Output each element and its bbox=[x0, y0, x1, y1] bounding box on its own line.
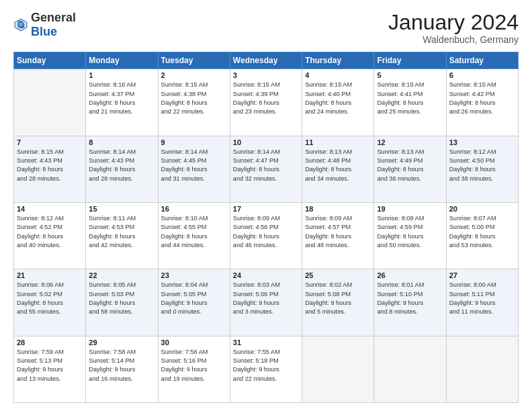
day-number: 22 bbox=[89, 271, 154, 279]
day-number: 24 bbox=[233, 271, 299, 279]
week-row-3: 14Sunrise: 8:12 AM Sunset: 4:52 PM Dayli… bbox=[14, 202, 519, 269]
day-number: 3 bbox=[233, 71, 299, 79]
day-info: Sunrise: 8:07 AM Sunset: 5:00 PM Dayligh… bbox=[449, 214, 515, 250]
day-info: Sunrise: 8:14 AM Sunset: 4:47 PM Dayligh… bbox=[233, 148, 299, 183]
day-info: Sunrise: 8:15 AM Sunset: 4:40 PM Dayligh… bbox=[305, 81, 371, 116]
day-info: Sunrise: 8:13 AM Sunset: 4:48 PM Dayligh… bbox=[305, 148, 371, 183]
calendar-cell: 6Sunrise: 8:15 AM Sunset: 4:42 PM Daylig… bbox=[446, 69, 518, 136]
title-block: January 2024 Waldenbuch, Germany bbox=[388, 11, 519, 45]
calendar-cell: 8Sunrise: 8:14 AM Sunset: 4:43 PM Daylig… bbox=[86, 136, 158, 202]
logo-general: General bbox=[31, 11, 76, 24]
day-number: 8 bbox=[89, 138, 154, 146]
day-number: 31 bbox=[233, 338, 299, 347]
day-info: Sunrise: 8:11 AM Sunset: 4:53 PM Dayligh… bbox=[89, 214, 154, 250]
calendar-cell: 2Sunrise: 8:15 AM Sunset: 4:38 PM Daylig… bbox=[158, 69, 230, 136]
calendar-cell: 4Sunrise: 8:15 AM Sunset: 4:40 PM Daylig… bbox=[302, 69, 374, 136]
day-info: Sunrise: 8:02 AM Sunset: 5:08 PM Dayligh… bbox=[305, 281, 371, 316]
calendar-cell: 3Sunrise: 8:15 AM Sunset: 4:39 PM Daylig… bbox=[230, 69, 302, 136]
day-info: Sunrise: 8:12 AM Sunset: 4:52 PM Dayligh… bbox=[17, 214, 83, 250]
header-sunday: Sunday bbox=[14, 52, 86, 69]
day-info: Sunrise: 8:15 AM Sunset: 4:42 PM Dayligh… bbox=[449, 81, 515, 116]
day-info: Sunrise: 8:14 AM Sunset: 4:43 PM Dayligh… bbox=[89, 148, 154, 183]
week-row-2: 7Sunrise: 8:15 AM Sunset: 4:43 PM Daylig… bbox=[14, 136, 519, 202]
calendar-cell: 30Sunrise: 7:56 AM Sunset: 5:16 PM Dayli… bbox=[158, 336, 230, 402]
header: General Blue January 2024 Waldenbuch, Ge… bbox=[13, 11, 519, 45]
header-monday: Monday bbox=[86, 52, 158, 69]
day-info: Sunrise: 8:13 AM Sunset: 4:49 PM Dayligh… bbox=[377, 148, 443, 183]
calendar-cell: 27Sunrise: 8:00 AM Sunset: 5:11 PM Dayli… bbox=[446, 269, 518, 336]
calendar-cell: 18Sunrise: 8:09 AM Sunset: 4:57 PM Dayli… bbox=[302, 202, 374, 269]
day-info: Sunrise: 8:04 AM Sunset: 5:05 PM Dayligh… bbox=[161, 281, 227, 316]
calendar-cell: 10Sunrise: 8:14 AM Sunset: 4:47 PM Dayli… bbox=[230, 136, 302, 202]
day-number: 16 bbox=[161, 205, 227, 213]
calendar-cell: 7Sunrise: 8:15 AM Sunset: 4:43 PM Daylig… bbox=[14, 136, 86, 202]
location-title: Waldenbuch, Germany bbox=[388, 34, 519, 45]
day-info: Sunrise: 7:58 AM Sunset: 5:14 PM Dayligh… bbox=[89, 348, 154, 383]
day-number: 19 bbox=[377, 205, 443, 213]
calendar-cell: 29Sunrise: 7:58 AM Sunset: 5:14 PM Dayli… bbox=[86, 336, 158, 402]
calendar-cell: 9Sunrise: 8:14 AM Sunset: 4:45 PM Daylig… bbox=[158, 136, 230, 202]
page: General Blue January 2024 Waldenbuch, Ge… bbox=[0, 0, 532, 411]
calendar-cell bbox=[374, 336, 446, 402]
logo-blue: Blue bbox=[31, 25, 57, 38]
day-number: 5 bbox=[377, 71, 443, 79]
calendar-cell: 23Sunrise: 8:04 AM Sunset: 5:05 PM Dayli… bbox=[158, 269, 230, 336]
day-number: 10 bbox=[233, 138, 299, 146]
calendar-cell: 28Sunrise: 7:59 AM Sunset: 5:13 PM Dayli… bbox=[14, 336, 86, 402]
calendar-cell: 5Sunrise: 8:15 AM Sunset: 4:41 PM Daylig… bbox=[374, 69, 446, 136]
calendar-cell: 26Sunrise: 8:01 AM Sunset: 5:10 PM Dayli… bbox=[374, 269, 446, 336]
day-info: Sunrise: 8:01 AM Sunset: 5:10 PM Dayligh… bbox=[377, 281, 443, 316]
logo-text: General Blue bbox=[31, 11, 76, 39]
calendar-cell: 20Sunrise: 8:07 AM Sunset: 5:00 PM Dayli… bbox=[446, 202, 518, 269]
day-info: Sunrise: 8:15 AM Sunset: 4:39 PM Dayligh… bbox=[233, 81, 299, 116]
calendar-cell: 13Sunrise: 8:12 AM Sunset: 4:50 PM Dayli… bbox=[446, 136, 518, 202]
day-number: 1 bbox=[89, 71, 154, 79]
day-info: Sunrise: 8:09 AM Sunset: 4:56 PM Dayligh… bbox=[233, 214, 299, 250]
header-friday: Friday bbox=[374, 52, 446, 69]
day-number: 23 bbox=[161, 271, 227, 279]
day-info: Sunrise: 8:14 AM Sunset: 4:45 PM Dayligh… bbox=[161, 148, 227, 183]
day-number: 11 bbox=[305, 138, 371, 146]
calendar-cell: 25Sunrise: 8:02 AM Sunset: 5:08 PM Dayli… bbox=[302, 269, 374, 336]
day-info: Sunrise: 8:15 AM Sunset: 4:43 PM Dayligh… bbox=[17, 148, 83, 183]
logo: General Blue bbox=[13, 11, 76, 39]
day-number: 14 bbox=[17, 205, 83, 213]
day-number: 12 bbox=[377, 138, 443, 146]
calendar-cell: 11Sunrise: 8:13 AM Sunset: 4:48 PM Dayli… bbox=[302, 136, 374, 202]
calendar-cell: 16Sunrise: 8:10 AM Sunset: 4:55 PM Dayli… bbox=[158, 202, 230, 269]
day-info: Sunrise: 8:12 AM Sunset: 4:50 PM Dayligh… bbox=[449, 148, 515, 183]
calendar-cell: 19Sunrise: 8:08 AM Sunset: 4:59 PM Dayli… bbox=[374, 202, 446, 269]
day-info: Sunrise: 8:15 AM Sunset: 4:38 PM Dayligh… bbox=[161, 81, 227, 116]
day-info: Sunrise: 8:09 AM Sunset: 4:57 PM Dayligh… bbox=[305, 214, 371, 250]
day-number: 13 bbox=[449, 138, 515, 146]
week-row-5: 28Sunrise: 7:59 AM Sunset: 5:13 PM Dayli… bbox=[14, 336, 519, 402]
day-number: 26 bbox=[377, 271, 443, 279]
day-info: Sunrise: 8:16 AM Sunset: 4:37 PM Dayligh… bbox=[89, 81, 154, 116]
day-number: 17 bbox=[233, 205, 299, 213]
day-number: 29 bbox=[89, 338, 154, 347]
calendar-cell: 21Sunrise: 8:06 AM Sunset: 5:02 PM Dayli… bbox=[14, 269, 86, 336]
day-number: 6 bbox=[449, 71, 515, 79]
day-info: Sunrise: 8:03 AM Sunset: 5:06 PM Dayligh… bbox=[233, 281, 299, 316]
day-number: 30 bbox=[161, 338, 227, 347]
weekday-header-row: Sunday Monday Tuesday Wednesday Thursday… bbox=[14, 52, 519, 69]
day-number: 18 bbox=[305, 205, 371, 213]
day-info: Sunrise: 8:00 AM Sunset: 5:11 PM Dayligh… bbox=[449, 281, 515, 316]
calendar-cell bbox=[302, 336, 374, 402]
day-info: Sunrise: 8:08 AM Sunset: 4:59 PM Dayligh… bbox=[377, 214, 443, 250]
day-info: Sunrise: 8:10 AM Sunset: 4:55 PM Dayligh… bbox=[161, 214, 227, 250]
week-row-4: 21Sunrise: 8:06 AM Sunset: 5:02 PM Dayli… bbox=[14, 269, 519, 336]
day-number: 9 bbox=[161, 138, 227, 146]
day-number: 27 bbox=[449, 271, 515, 279]
day-info: Sunrise: 8:05 AM Sunset: 5:03 PM Dayligh… bbox=[89, 281, 154, 316]
calendar-cell: 15Sunrise: 8:11 AM Sunset: 4:53 PM Dayli… bbox=[86, 202, 158, 269]
calendar-cell: 22Sunrise: 8:05 AM Sunset: 5:03 PM Dayli… bbox=[86, 269, 158, 336]
header-wednesday: Wednesday bbox=[230, 52, 302, 69]
calendar-cell bbox=[446, 336, 518, 402]
logo-icon bbox=[13, 17, 28, 32]
header-tuesday: Tuesday bbox=[158, 52, 230, 69]
day-number: 4 bbox=[305, 71, 371, 79]
week-row-1: 1Sunrise: 8:16 AM Sunset: 4:37 PM Daylig… bbox=[14, 69, 519, 136]
calendar-cell: 31Sunrise: 7:55 AM Sunset: 5:18 PM Dayli… bbox=[230, 336, 302, 402]
calendar-cell: 12Sunrise: 8:13 AM Sunset: 4:49 PM Dayli… bbox=[374, 136, 446, 202]
